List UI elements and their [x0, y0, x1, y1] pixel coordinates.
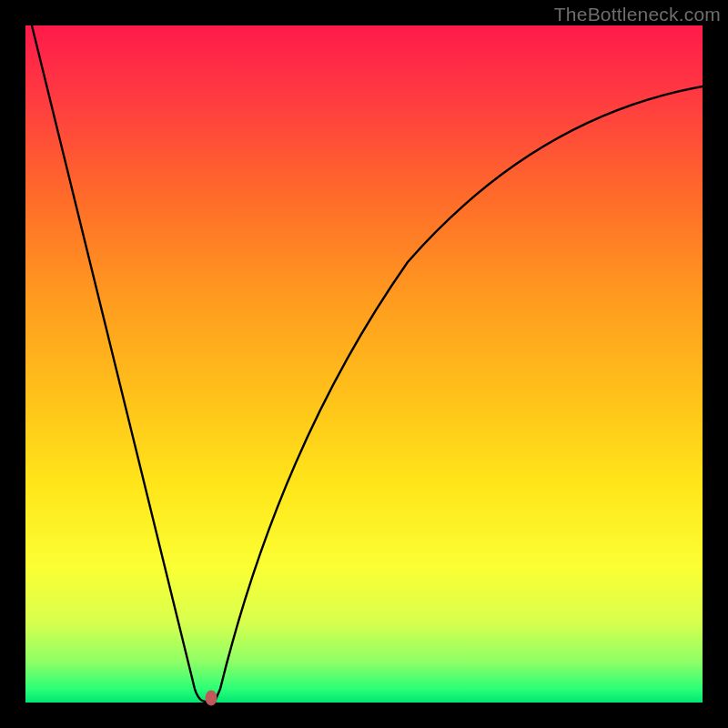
optimal-point-marker: [205, 690, 217, 705]
curve-path: [32, 25, 703, 702]
bottleneck-curve: [25, 25, 703, 703]
chart-frame: TheBottleneck.com: [0, 0, 728, 728]
plot-area: [25, 25, 703, 703]
watermark-text: TheBottleneck.com: [554, 4, 721, 25]
